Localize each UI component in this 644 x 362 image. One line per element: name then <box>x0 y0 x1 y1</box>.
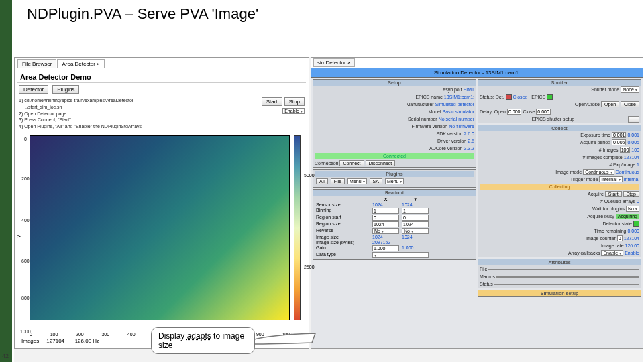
callout-tail <box>252 332 319 352</box>
attributes-section: Attributes File Macros Status <box>478 259 641 288</box>
rsz-x-input[interactable]: 1024 <box>372 221 399 227</box>
simulation-section: Simulation setup <box>478 290 641 297</box>
plugin-menu2[interactable]: Menu <box>385 178 405 184</box>
collect-section: Collect Exposure time0.0010.001 Acquire … <box>478 125 641 257</box>
callout-box: Display adapts to image size <box>151 327 255 354</box>
enable-combo[interactable]: Enable <box>282 108 305 114</box>
start-button[interactable]: Start <box>262 97 282 106</box>
disconnect-button[interactable]: Disconnect <box>366 160 396 166</box>
setup-heading: Setup <box>313 80 476 86</box>
connected-status: Connected <box>315 153 474 159</box>
array-callbacks-combo[interactable]: Enable <box>601 250 623 256</box>
panel-title-left: Area Detector Demo <box>17 72 306 83</box>
delay-close-input[interactable]: 0.000 <box>536 109 551 115</box>
instr-1: 1) cd /home/training/epics-train/example… <box>19 97 259 104</box>
acquire-stop-button[interactable]: Stop <box>623 191 639 197</box>
footer-rate: 126.00 Hz <box>75 338 99 344</box>
page-number: 42 <box>2 353 9 359</box>
plugin-menu1[interactable]: Menu <box>347 178 367 184</box>
plugin-section: Plugins All File Menu SA Menu <box>313 169 476 188</box>
slide-title: NDPlugin.PVA – Serve PVA 'Image' <box>27 5 258 23</box>
footer-images-label: Images: <box>21 338 40 344</box>
heatmap-canvas[interactable] <box>30 135 290 320</box>
attr-macros-input[interactable] <box>496 276 639 278</box>
instr-1b: ./start_sim_ioc.sh <box>19 104 259 111</box>
connect-button[interactable]: Connect <box>339 160 364 166</box>
y-axis-label: y <box>16 235 21 238</box>
setup-section: Setup asyn po tSIM1 EPICS name13SIM1:cam… <box>313 79 476 168</box>
wait-plugins-combo[interactable]: No <box>626 206 639 212</box>
exposure-input[interactable]: 0.001 <box>612 132 627 138</box>
image-counter-input[interactable]: 0 <box>617 235 623 241</box>
acq-period-input[interactable]: 0.005 <box>612 139 627 145</box>
detector-button[interactable]: Detector <box>19 85 48 94</box>
tab-area-detector[interactable]: Area Detector × <box>57 59 104 68</box>
gain-input[interactable]: 1.000 <box>372 245 399 251</box>
instr-4: 4) Open Plugins, "All" and "Enable" the … <box>19 123 259 130</box>
plugin-all-button[interactable]: All <box>316 178 328 184</box>
detector-state-led <box>633 221 639 227</box>
image-mode-combo[interactable]: Continuous <box>583 169 614 175</box>
collecting-status: Collecting <box>480 184 639 190</box>
dtype-combo[interactable] <box>372 252 429 258</box>
attr-status <box>494 284 639 285</box>
epics-shutter-button[interactable]: ⋯ <box>628 116 639 123</box>
nimages-input[interactable]: 100 <box>620 147 631 153</box>
right-panel: simDetector × Simulation Detector - 13SI… <box>311 57 643 349</box>
rs-y-input[interactable]: 0 <box>402 215 429 221</box>
plugin-sa-button[interactable]: SA <box>370 178 382 184</box>
bin-x-input[interactable]: 1 <box>372 208 399 214</box>
shutter-close-button[interactable]: Close <box>621 101 639 107</box>
shutter-mode-combo[interactable]: None <box>621 86 639 93</box>
plot-area: y 0 200 400 600 800 1000 5000 2500 01002… <box>17 131 306 337</box>
trigger-mode-combo[interactable]: Internal <box>599 176 622 182</box>
shutter-epics-led <box>547 94 553 100</box>
tab-file-browser[interactable]: File Browser <box>17 59 56 68</box>
acquire-busy-status: Acquiring <box>616 214 639 219</box>
shutter-open-button[interactable]: Open <box>601 101 619 107</box>
readout-section: Readout XY Sensor size10241024 Binning11… <box>313 189 476 260</box>
plugins-button[interactable]: Plugins <box>52 85 79 94</box>
tab-simdetector[interactable]: simDetector × <box>313 58 355 67</box>
plugin-file-button[interactable]: File <box>331 178 345 184</box>
delay-open-input[interactable]: 0.000 <box>507 109 522 115</box>
stop-button[interactable]: Stop <box>284 97 305 106</box>
attr-file-input[interactable] <box>488 269 639 270</box>
cbar-high: 5000 <box>304 173 315 178</box>
rsz-y-input[interactable]: 1024 <box>402 221 429 227</box>
rs-x-input[interactable]: 0 <box>372 215 399 221</box>
instr-2: 2) Open Detector page <box>19 111 259 117</box>
bin-y-input[interactable]: 1 <box>402 208 429 214</box>
instr-3: 3) Press Connect, "Start" <box>19 117 259 123</box>
colorbar: 5000 2500 <box>294 135 301 320</box>
cbar-low: 2500 <box>304 265 315 269</box>
rev-y-combo[interactable]: No <box>402 228 429 234</box>
left-panel: File Browser Area Detector × Area Detect… <box>14 57 309 349</box>
rev-x-combo[interactable]: No <box>372 228 399 234</box>
shutter-det-led <box>506 94 512 100</box>
footer-images-value: 127104 <box>46 338 64 344</box>
shutter-section: Shutter Shutter modeNone Status: Det.Clo… <box>478 79 641 123</box>
acquire-start-button[interactable]: Start <box>605 191 622 197</box>
right-title: Simulation Detector - 13SIM1:cam1: <box>311 68 643 78</box>
